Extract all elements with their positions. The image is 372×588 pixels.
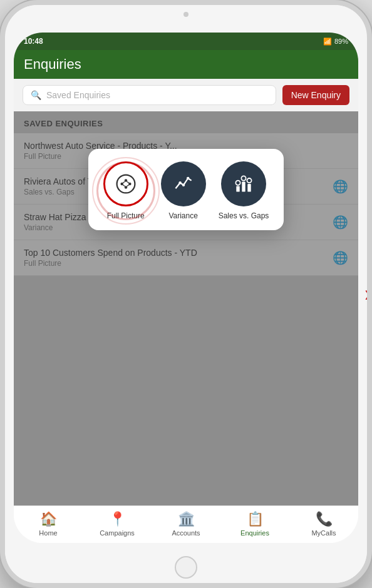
home-icon: 🏠 — [40, 511, 57, 527]
nav-accounts-label: Accounts — [172, 529, 200, 537]
battery-icon: 89% — [334, 38, 348, 45]
wifi-icon: 📶 — [323, 38, 332, 46]
search-bar: 🔍 Saved Enquiries New Enquiry — [14, 79, 358, 111]
nav-mycalls[interactable]: 📞 MyCalls — [305, 511, 343, 537]
nav-home-label: Home — [39, 529, 57, 537]
mycalls-icon: 📞 — [316, 511, 333, 527]
svg-line-6 — [127, 181, 128, 183]
svg-point-16 — [241, 176, 245, 180]
svg-point-2 — [124, 179, 127, 182]
sales-vs-gaps-icon-circle — [221, 161, 266, 206]
svg-rect-13 — [242, 181, 245, 191]
svg-point-11 — [187, 177, 190, 180]
svg-point-0 — [116, 175, 135, 193]
accounts-icon: 🏛️ — [178, 511, 195, 527]
status-time: 10:48 — [24, 37, 43, 46]
search-container[interactable]: 🔍 Saved Enquiries — [23, 85, 276, 105]
page-title: Enquiries — [24, 56, 81, 72]
sales-vs-gaps-label: Sales vs. Gaps — [219, 211, 269, 220]
svg-line-7 — [123, 185, 125, 186]
main-content: SAVED ENQUIRIES Northwest Auto Service -… — [14, 111, 358, 505]
bottom-nav: 🏠 Home 📍 Campaigns 🏛️ Accounts 📋 Enquiri… — [14, 505, 358, 543]
device-top — [5, 5, 367, 24]
nav-campaigns-label: Campaigns — [100, 529, 135, 537]
nav-enquiries[interactable]: 📋 Enquiries — [236, 511, 274, 537]
full-picture-icon — [115, 173, 137, 195]
nav-accounts[interactable]: 🏛️ Accounts — [167, 511, 205, 537]
popup-item-sales-vs-gaps[interactable]: Sales vs. Gaps — [219, 161, 269, 220]
nav-campaigns[interactable]: 📍 Campaigns — [98, 511, 136, 537]
svg-point-9 — [178, 181, 182, 185]
home-button[interactable] — [175, 556, 197, 579]
variance-label: Variance — [168, 211, 197, 220]
svg-rect-12 — [236, 186, 239, 192]
enquiries-icon: 📋 — [247, 511, 264, 527]
app-header: Enquiries — [14, 50, 358, 79]
nav-enquiries-label: Enquiries — [240, 529, 269, 537]
svg-line-5 — [123, 181, 125, 183]
svg-point-3 — [128, 183, 132, 186]
popup-overlay[interactable]: Full Picture Variance — [14, 111, 358, 505]
variance-icon — [172, 173, 195, 195]
full-picture-label: Full Picture — [107, 211, 145, 220]
new-enquiry-button[interactable]: New Enquiry — [282, 85, 349, 105]
search-input[interactable]: Saved Enquiries — [46, 90, 110, 100]
campaigns-icon: 📍 — [109, 511, 126, 527]
right-chevron-icon[interactable]: › — [364, 281, 372, 307]
svg-rect-14 — [247, 184, 251, 192]
camera — [183, 12, 189, 17]
search-icon: 🔍 — [31, 90, 41, 100]
svg-point-1 — [120, 183, 123, 186]
device: 10:48 📶 89% Enquiries 🔍 Saved Enquiries … — [0, 0, 372, 588]
screen: 10:48 📶 89% Enquiries 🔍 Saved Enquiries … — [14, 33, 358, 543]
svg-line-8 — [127, 185, 128, 186]
status-bar: 10:48 📶 89% — [14, 33, 358, 50]
svg-point-15 — [235, 181, 240, 185]
device-bottom — [5, 552, 367, 583]
svg-point-4 — [124, 186, 127, 189]
nav-mycalls-label: MyCalls — [311, 529, 336, 537]
nav-home[interactable]: 🏠 Home — [29, 511, 67, 537]
status-icons: 📶 89% — [323, 38, 348, 46]
popup-item-full-picture[interactable]: Full Picture — [103, 161, 148, 220]
full-picture-icon-circle — [103, 161, 148, 206]
svg-point-17 — [247, 178, 251, 183]
popup-card: Full Picture Variance — [88, 149, 284, 230]
variance-icon-circle — [161, 161, 206, 206]
popup-item-variance[interactable]: Variance — [161, 161, 206, 220]
svg-point-10 — [182, 184, 185, 187]
sales-vs-gaps-icon — [232, 173, 255, 195]
